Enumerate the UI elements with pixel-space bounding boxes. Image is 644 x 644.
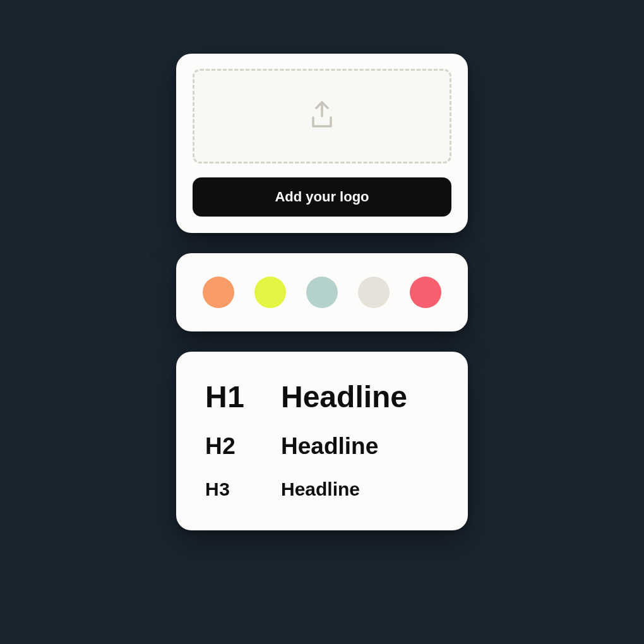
- add-logo-button[interactable]: Add your logo: [193, 177, 451, 217]
- color-swatch-2[interactable]: [254, 277, 286, 308]
- heading-sample: Headline: [281, 433, 378, 460]
- heading-spec-h1: H1 Headline: [205, 379, 439, 414]
- logo-upload-card: Add your logo: [176, 54, 468, 233]
- color-swatch-3[interactable]: [306, 277, 338, 308]
- heading-tag: H2: [205, 433, 281, 460]
- typography-card: H1 Headline H2 Headline H3 Headline: [176, 352, 468, 530]
- heading-spec-h3: H3 Headline: [205, 479, 439, 500]
- heading-tag: H3: [205, 479, 281, 500]
- color-palette-card: [176, 253, 468, 331]
- color-swatch-1[interactable]: [203, 277, 234, 308]
- heading-sample: Headline: [281, 479, 360, 500]
- heading-tag: H1: [205, 379, 281, 414]
- color-swatch-4[interactable]: [358, 277, 390, 308]
- upload-icon: [307, 98, 337, 134]
- logo-dropzone[interactable]: [193, 69, 451, 164]
- heading-sample: Headline: [281, 379, 407, 414]
- color-swatch-5[interactable]: [410, 277, 441, 308]
- heading-spec-h2: H2 Headline: [205, 433, 439, 460]
